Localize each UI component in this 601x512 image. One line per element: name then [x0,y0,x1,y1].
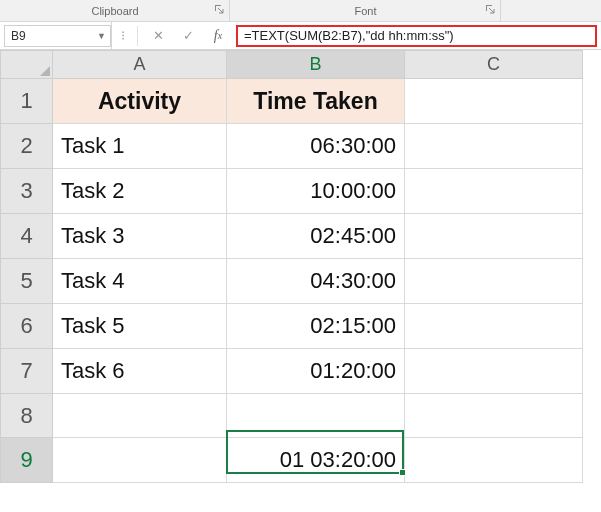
row-1: 1 Activity Time Taken [1,79,583,124]
cell-C5[interactable] [405,259,583,304]
row-7: 7 Task 6 01:20:00 [1,349,583,394]
row-header-6[interactable]: 6 [1,304,53,349]
formula-bar-row: B9 ▼ ⁝ ✕ ✓ fx =TEXT(SUM(B2:B7),"dd hh:mm… [0,22,601,50]
ribbon-group-font: Font [230,0,501,21]
cell-B1[interactable]: Time Taken [227,79,405,124]
cancel-icon[interactable]: ✕ [148,26,168,46]
formula-input-container: =TEXT(SUM(B2:B7),"dd hh:mm:ss") [234,22,601,49]
cell-C4[interactable] [405,214,583,259]
col-header-C[interactable]: C [405,51,583,79]
cell-C6[interactable] [405,304,583,349]
cell-C7[interactable] [405,349,583,394]
select-all-corner[interactable] [1,51,53,79]
row-9: 9 01 03:20:00 [1,438,583,483]
row-header-5[interactable]: 5 [1,259,53,304]
col-header-A[interactable]: A [53,51,227,79]
row-5: 5 Task 4 04:30:00 [1,259,583,304]
row-8: 8 [1,394,583,438]
cell-A9[interactable] [53,438,227,483]
cell-B6[interactable]: 02:15:00 [227,304,405,349]
chevron-down-icon[interactable]: ▼ [97,31,106,41]
more-dots-icon[interactable]: ⁝ [118,26,138,46]
row-header-3[interactable]: 3 [1,169,53,214]
row-6: 6 Task 5 02:15:00 [1,304,583,349]
cell-B2[interactable]: 06:30:00 [227,124,405,169]
cell-A5[interactable]: Task 4 [53,259,227,304]
row-header-7[interactable]: 7 [1,349,53,394]
dialog-launcher-icon[interactable] [485,4,495,14]
cell-A1[interactable]: Activity [53,79,227,124]
cell-C2[interactable] [405,124,583,169]
dialog-launcher-icon[interactable] [214,4,224,14]
name-box[interactable]: B9 ▼ [4,25,111,47]
cell-A2[interactable]: Task 1 [53,124,227,169]
cell-C9[interactable] [405,438,583,483]
ribbon-group-clipboard-label: Clipboard [91,5,138,17]
row-header-8[interactable]: 8 [1,394,53,438]
cell-C3[interactable] [405,169,583,214]
fx-icon[interactable]: fx [208,26,228,46]
ribbon-group-labels: Clipboard Font [0,0,601,22]
cell-B8[interactable] [227,394,405,438]
cell-A8[interactable] [53,394,227,438]
cell-C8[interactable] [405,394,583,438]
cell-B7[interactable]: 01:20:00 [227,349,405,394]
cell-B3[interactable]: 10:00:00 [227,169,405,214]
cell-A7[interactable]: Task 6 [53,349,227,394]
row-4: 4 Task 3 02:45:00 [1,214,583,259]
name-box-container: B9 ▼ [0,22,112,49]
worksheet-grid[interactable]: A B C 1 Activity Time Taken 2 Task 1 06:… [0,50,601,512]
row-3: 3 Task 2 10:00:00 [1,169,583,214]
cell-A6[interactable]: Task 5 [53,304,227,349]
row-2: 2 Task 1 06:30:00 [1,124,583,169]
formula-text: =TEXT(SUM(B2:B7),"dd hh:mm:ss") [244,28,454,43]
grid-table: A B C 1 Activity Time Taken 2 Task 1 06:… [0,50,583,483]
ribbon-group-clipboard: Clipboard [0,0,230,21]
col-header-B[interactable]: B [227,51,405,79]
cell-B4[interactable]: 02:45:00 [227,214,405,259]
enter-check-icon[interactable]: ✓ [178,26,198,46]
row-header-2[interactable]: 2 [1,124,53,169]
row-header-4[interactable]: 4 [1,214,53,259]
header-activity: Activity [53,79,226,123]
result-value: 01 03:20:00 [227,438,404,482]
formula-bar-controls: ⁝ ✕ ✓ fx [112,22,234,49]
cell-B9[interactable]: 01 03:20:00 [227,438,405,483]
cell-A4[interactable]: Task 3 [53,214,227,259]
row-header-1[interactable]: 1 [1,79,53,124]
column-header-row: A B C [1,51,583,79]
formula-input[interactable]: =TEXT(SUM(B2:B7),"dd hh:mm:ss") [236,25,597,47]
cell-A3[interactable]: Task 2 [53,169,227,214]
cell-C1[interactable] [405,79,583,124]
ribbon-group-font-label: Font [354,5,376,17]
header-time-taken: Time Taken [227,79,404,123]
row-header-9[interactable]: 9 [1,438,53,483]
cell-B5[interactable]: 04:30:00 [227,259,405,304]
name-box-value: B9 [11,29,26,43]
